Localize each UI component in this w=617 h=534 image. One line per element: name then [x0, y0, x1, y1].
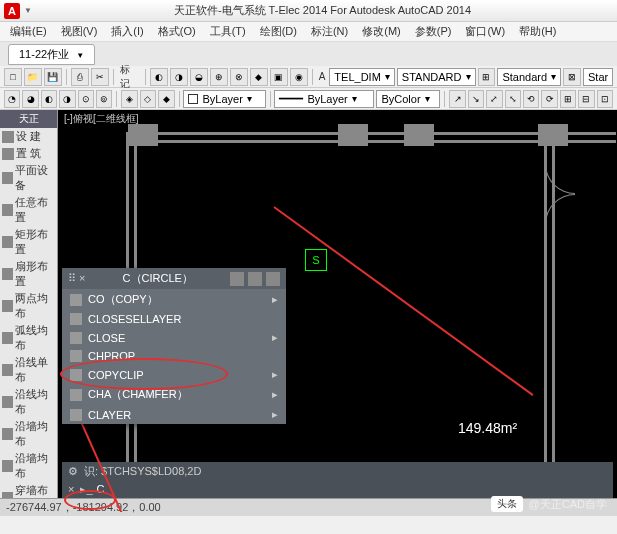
tool-icon[interactable]: ◆ — [250, 68, 268, 86]
tool-icon[interactable]: ⊗ — [230, 68, 248, 86]
close-icon[interactable]: × — [68, 483, 74, 495]
item-label: 沿线均布 — [15, 387, 55, 417]
menu-view[interactable]: 视图(V) — [55, 22, 104, 41]
layer-icon[interactable]: ◔ — [4, 90, 20, 108]
autocomplete-item[interactable]: CLOSESELLAYER — [62, 310, 286, 328]
layer-icon[interactable]: ◇ — [140, 90, 156, 108]
tool-icon[interactable]: ⊕ — [210, 68, 228, 86]
sidebar-item[interactable]: 沿线单布 — [0, 354, 57, 386]
chevron-icon: ▸_ — [80, 483, 92, 496]
autocomplete-item[interactable]: CO（COPY） — [62, 289, 286, 310]
menu-param[interactable]: 参数(P) — [409, 22, 458, 41]
bycolor-combo[interactable]: ByColor▾ — [376, 90, 440, 108]
sidebar-item[interactable]: 沿墙均布 — [0, 418, 57, 450]
sidebar-item[interactable]: 两点均布 — [0, 290, 57, 322]
arrow-down-icon[interactable]: ▼ — [24, 6, 32, 15]
standard2-combo[interactable]: Standard▾ — [497, 68, 561, 86]
tool-icon[interactable]: ⟲ — [523, 90, 539, 108]
menu-format[interactable]: 格式(O) — [152, 22, 202, 41]
layer-icon[interactable]: ◐ — [41, 90, 57, 108]
open-icon[interactable]: 📁 — [24, 68, 42, 86]
sidebar-item[interactable]: 沿线均布 — [0, 386, 57, 418]
drag-handle-icon[interactable]: ⠿ × — [68, 272, 85, 285]
tool-icon[interactable]: ↗ — [449, 90, 465, 108]
tool-icon[interactable]: ▣ — [270, 68, 288, 86]
item-icon — [2, 148, 14, 160]
menu-edit[interactable]: 编辑(E) — [4, 22, 53, 41]
bylayer-combo[interactable]: ByLayer▾ — [183, 90, 265, 108]
sidebar-item[interactable]: 扇形布置 — [0, 258, 57, 290]
tool-icon[interactable]: ◐ — [150, 68, 168, 86]
autocomplete-selected[interactable]: C（CIRCLE） — [123, 271, 193, 286]
menu-window[interactable]: 窗口(W) — [459, 22, 511, 41]
standard-combo[interactable]: STANDARD▾ — [397, 68, 476, 86]
item-icon — [2, 364, 13, 376]
item-icon — [2, 131, 14, 143]
palette-header: 天正 — [0, 110, 57, 128]
gear-icon[interactable]: ⚙ — [68, 465, 78, 478]
tel-dim-prefix: A — [317, 71, 328, 82]
sidebar-item[interactable]: 任意布置 — [0, 194, 57, 226]
autocomplete-item[interactable]: CLAYER — [62, 405, 286, 424]
cut-icon[interactable]: ✂ — [91, 68, 109, 86]
tool-icon[interactable]: ◉ — [290, 68, 308, 86]
tool-icon[interactable]: ⊞ — [560, 90, 576, 108]
sidebar-item[interactable]: 弧线均布 — [0, 322, 57, 354]
sidebar-item[interactable]: 矩形布置 — [0, 226, 57, 258]
layer-icon[interactable]: ⊚ — [96, 90, 112, 108]
window-title: 天正软件-电气系统 T-Elec 2014 For Autodesk AutoC… — [32, 3, 613, 18]
item-icon — [2, 300, 13, 312]
autocomplete-item[interactable]: CHA（CHAMFER） — [62, 384, 286, 405]
separator — [179, 91, 180, 107]
command-input[interactable] — [97, 483, 235, 495]
app-icon-letter: A — [8, 5, 16, 17]
tool-icon[interactable]: ⊠ — [563, 68, 581, 86]
pin-icon[interactable] — [248, 272, 262, 286]
tool-icon[interactable]: ◒ — [190, 68, 208, 86]
tab-dropdown-icon[interactable]: ▼ — [76, 51, 84, 60]
print-icon[interactable]: ⎙ — [71, 68, 89, 86]
menu-modify[interactable]: 修改(M) — [356, 22, 407, 41]
tool-icon[interactable]: ◑ — [170, 68, 188, 86]
tool-icon[interactable]: ⊟ — [578, 90, 594, 108]
save-icon[interactable]: 💾 — [44, 68, 62, 86]
sidebar-item[interactable]: 沿墙均布 — [0, 450, 57, 482]
menu-bar: 编辑(E) 视图(V) 插入(I) 格式(O) 工具(T) 绘图(D) 标注(N… — [0, 22, 617, 42]
menu-help[interactable]: 帮助(H) — [513, 22, 562, 41]
tel-dim-combo[interactable]: TEL_DIM▾ — [329, 68, 394, 86]
autocomplete-item[interactable]: CHPROP — [62, 347, 286, 365]
layer-icon[interactable]: ⊙ — [78, 90, 94, 108]
sidebar-item[interactable]: 平面设备 — [0, 162, 57, 194]
tool-icon[interactable]: ⟳ — [541, 90, 557, 108]
tool-icon[interactable]: ↘ — [468, 90, 484, 108]
command-label: CO（COPY） — [88, 292, 158, 307]
layer-icon[interactable]: ◈ — [121, 90, 137, 108]
layer-icon[interactable]: ◆ — [158, 90, 174, 108]
tool-icon[interactable]: ⊞ — [478, 68, 496, 86]
tool-icon[interactable]: ⤢ — [486, 90, 502, 108]
new-icon[interactable]: □ — [4, 68, 22, 86]
sidebar-item[interactable]: 设 建 — [0, 128, 57, 145]
layer-icon[interactable]: ◕ — [22, 90, 38, 108]
column — [538, 124, 568, 146]
menu-draw[interactable]: 绘图(D) — [254, 22, 303, 41]
separator — [312, 69, 313, 85]
star-combo[interactable]: Star — [583, 68, 613, 86]
document-tab[interactable]: 11-22作业 ▼ — [8, 44, 95, 65]
autocomplete-item[interactable]: COPYCLIP — [62, 365, 286, 384]
menu-insert[interactable]: 插入(I) — [105, 22, 149, 41]
autocomplete-item[interactable]: CLOSE — [62, 328, 286, 347]
insertion-marker[interactable]: S — [305, 249, 327, 271]
tool-icon[interactable]: ⊡ — [597, 90, 613, 108]
wrench-icon[interactable] — [230, 272, 244, 286]
menu-tools[interactable]: 工具(T) — [204, 22, 252, 41]
help-icon[interactable] — [266, 272, 280, 286]
command-icon — [70, 332, 82, 344]
menu-dimension[interactable]: 标注(N) — [305, 22, 354, 41]
layer-icon[interactable]: ◑ — [59, 90, 75, 108]
command-line[interactable]: ⚙ 识: $TCHSYS$LD08,2D — [62, 462, 613, 480]
tool-icon[interactable]: ⤡ — [505, 90, 521, 108]
app-icon[interactable]: A — [4, 3, 20, 19]
sidebar-item[interactable]: 置 筑 — [0, 145, 57, 162]
linetype-combo[interactable]: ━━━━ ByLayer▾ — [274, 90, 374, 108]
